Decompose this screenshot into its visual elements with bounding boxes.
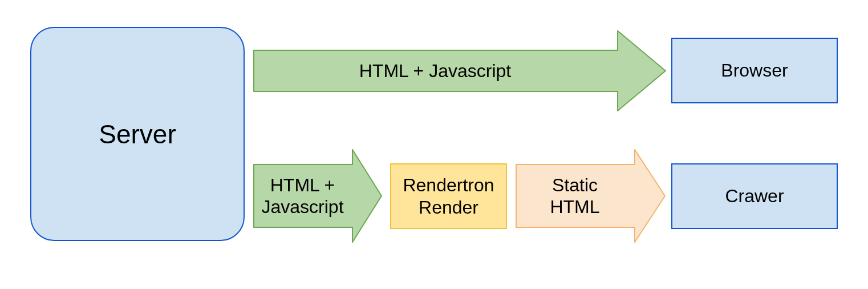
rendertron-label: RendertronRender (403, 174, 494, 218)
arrow-server-to-browser (253, 30, 667, 112)
crawler-node: Crawer (671, 163, 838, 229)
browser-node: Browser (671, 38, 838, 103)
server-label: Server (99, 119, 176, 150)
rendertron-node: RendertronRender (390, 163, 507, 229)
arrow-server-to-rendertron (253, 148, 383, 243)
diagram-canvas: Server HTML + Javascript HTML +Javascrip… (0, 0, 868, 289)
arrow-rendertron-to-crawler (515, 148, 666, 243)
crawler-label: Crawer (725, 186, 784, 207)
browser-label: Browser (721, 60, 788, 81)
server-node: Server (30, 27, 245, 241)
